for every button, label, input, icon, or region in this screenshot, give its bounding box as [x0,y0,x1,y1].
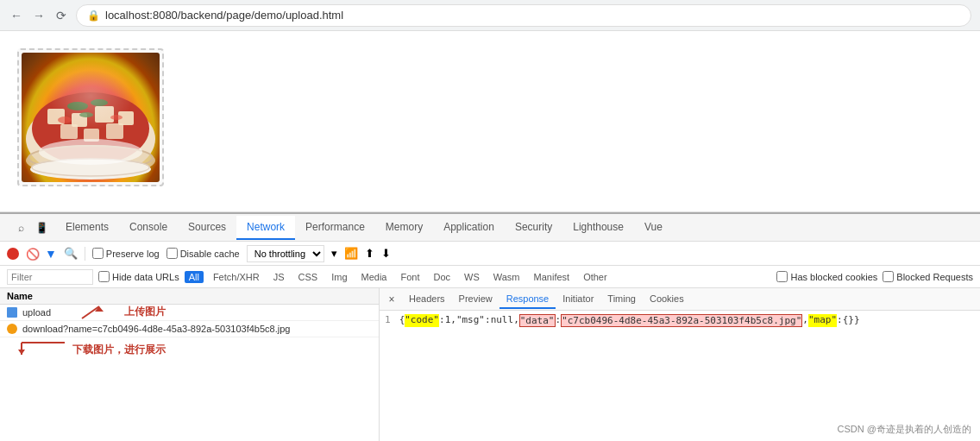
request-item-upload[interactable]: upload 上传图片 [0,305,379,321]
code-colon-3: : [556,314,562,327]
upload-icon: ⬆ [365,247,374,260]
device-icon[interactable]: 📱 [33,219,50,236]
preserve-log-label[interactable]: Preserve log [92,248,160,259]
filter-other-btn[interactable]: Other [579,271,612,283]
tab-security[interactable]: Security [505,216,562,240]
filter-fetch-btn[interactable]: Fetch/XHR [209,271,264,283]
svg-rect-2 [47,109,65,124]
preserve-log-checkbox[interactable] [92,248,104,259]
disable-cache-text: Disable cache [180,249,240,259]
throttle-arrow: ▾ [331,247,337,260]
devtools-icons: ⌕ 📱 [7,219,55,236]
network-toolbar: 🚫 ▼ 🔍 Preserve log Disable cache No thro… [0,242,980,266]
tab-lighthouse[interactable]: Lighthouse [562,216,634,240]
filter-all-btn[interactable]: All [185,271,204,283]
annotation-download-container: 下载图片，进行展示 [0,337,379,362]
svg-rect-6 [60,124,78,139]
watermark: CSDN @奇迹是执着的人创造的 [838,423,971,436]
filter-css-btn[interactable]: CSS [294,271,323,283]
line-number: 1 [385,314,391,325]
req-icon-upload [7,307,17,318]
requests-panel: Name upload 上传图片 [0,288,380,441]
tab-application[interactable]: Application [433,216,505,240]
filter-manifest-btn[interactable]: Manifest [530,271,575,283]
hide-urls-label[interactable]: Hide data URLs [98,271,179,282]
page-content [0,31,980,212]
filter-img-btn[interactable]: Img [327,271,351,283]
tab-sources[interactable]: Sources [178,216,236,240]
code-open-brace: { [399,314,405,327]
details-tab-cookies[interactable]: Cookies [643,290,691,309]
wifi-icon: 📶 [344,247,358,260]
code-colon-1: : [439,314,445,327]
inspect-icon[interactable]: ⌕ [12,219,29,236]
blocked-requests-label[interactable]: Blocked Requests [883,271,973,282]
filter-font-btn[interactable]: Font [396,271,424,283]
preserve-log-text: Preserve log [106,249,160,259]
filter-icon: ▼ [45,247,57,261]
svg-line-18 [82,306,99,318]
tab-network[interactable]: Network [236,216,295,240]
code-code-val: 1 [445,314,451,327]
svg-rect-4 [95,106,114,123]
address-bar[interactable]: 🔒 localhost:8080/backend/page/demo/uploa… [76,4,971,27]
clear-button[interactable]: 🚫 [26,248,38,260]
toolbar-separator-1 [85,247,85,261]
details-tab-preview[interactable]: Preview [452,290,499,309]
disable-cache-label[interactable]: Disable cache [166,248,240,259]
tab-console[interactable]: Console [119,216,178,240]
code-map-val: {}} [843,314,860,327]
tab-vue[interactable]: Vue [634,216,673,240]
svg-point-12 [58,117,72,123]
tab-memory[interactable]: Memory [375,216,433,240]
download-icon: ⬇ [381,247,391,260]
details-tab-timing[interactable]: Timing [600,290,643,309]
close-details-button[interactable]: × [385,293,399,306]
blocked-requests-text: Blocked Requests [896,272,973,282]
record-button[interactable] [7,248,19,260]
lock-icon: 🔒 [87,9,100,22]
tab-performance[interactable]: Performance [295,216,375,240]
req-name-download: download?name=c7cb0496-4d8e-45a3-892a-50… [22,324,290,334]
code-colon-4: : [837,314,843,327]
food-image [17,48,164,186]
blocked-requests-checkbox[interactable] [883,271,894,282]
svg-rect-7 [84,129,99,142]
request-item-download[interactable]: download?name=c7cb0496-4d8e-45a3-892a-50… [0,321,379,337]
details-tab-response[interactable]: Response [499,290,556,309]
disable-cache-checkbox[interactable] [166,248,178,259]
code-msg-val: null [491,314,514,327]
req-icon-download [7,324,17,334]
url-text: localhost:8080/backend/page/demo/upload.… [105,9,343,22]
network-content: Name upload 上传图片 [0,288,980,441]
filter-input[interactable] [7,269,93,285]
filter-js-btn[interactable]: JS [269,271,289,283]
hide-urls-checkbox[interactable] [98,271,110,282]
forward-button[interactable]: → [31,8,47,23]
details-tabs: × Headers Preview Response Initiator Tim… [380,288,980,311]
svg-rect-5 [118,111,134,125]
details-tab-headers[interactable]: Headers [402,290,452,309]
tab-elements[interactable]: Elements [55,216,119,240]
svg-rect-3 [72,113,87,127]
arrow-left-svg [17,339,69,360]
search-icon[interactable]: 🔍 [64,247,78,260]
hide-urls-text: Hide data URLs [112,272,179,282]
blocked-cookies-label[interactable]: Has blocked cookies [776,271,877,282]
details-tab-initiator[interactable]: Initiator [556,290,600,309]
code-comma-1: , [450,314,456,327]
filter-media-btn[interactable]: Media [357,271,392,283]
throttle-select[interactable]: No throttling Fast 3G Slow 3G [247,245,324,262]
blocked-cookies-checkbox[interactable] [776,271,788,282]
code-comma-2: , [513,314,519,327]
svg-point-13 [110,115,122,120]
back-button[interactable]: ← [9,8,24,23]
reload-button[interactable]: ⟳ [53,8,69,23]
code-code-key: "code" [405,314,439,327]
filter-ws-btn[interactable]: WS [460,271,484,283]
requests-header: Name [0,288,379,305]
filter-doc-btn[interactable]: Doc [429,271,455,283]
annotation-upload-text: 上传图片 [124,305,166,319]
filter-wasm-btn[interactable]: Wasm [489,271,525,283]
food-img-inner [22,53,160,182]
